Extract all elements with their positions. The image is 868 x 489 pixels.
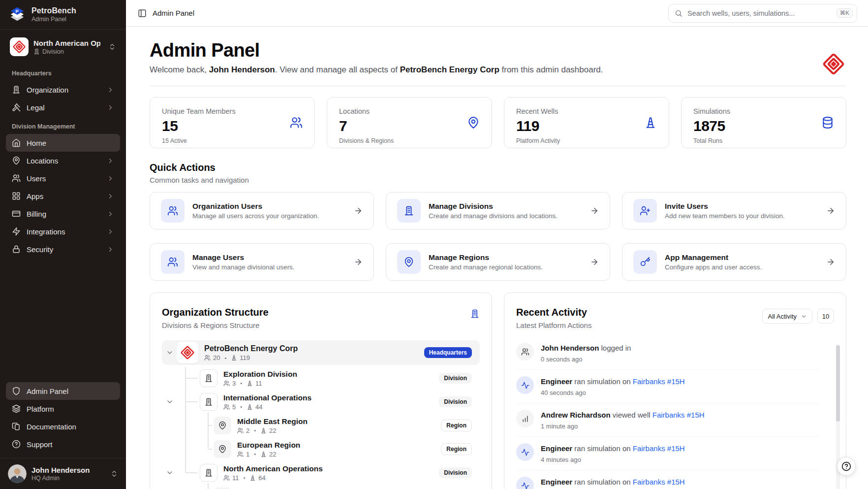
stat-subtext: Total Runs xyxy=(693,137,834,144)
chevron-down-icon[interactable] xyxy=(166,398,174,406)
sidebar-item-label: Users xyxy=(27,174,101,183)
sidebar-item[interactable]: Apps xyxy=(6,187,120,205)
sidebar-item[interactable]: Legal xyxy=(6,98,120,116)
activity-icon xyxy=(516,343,534,360)
well-link[interactable]: Fairbanks #15H xyxy=(652,411,705,419)
admin-dashboard-page: P PetroBench Admin Panel North American … xyxy=(0,0,868,489)
sidebar-item[interactable]: Integrations xyxy=(6,223,120,240)
tree-node-users-count: 1 xyxy=(246,451,249,458)
quick-actions-subtitle: Common tasks and navigation xyxy=(150,176,846,184)
stat-icon xyxy=(467,116,480,129)
quick-action-card[interactable]: Manage Regions Create and manage regiona… xyxy=(386,243,610,281)
tree-row[interactable]: International Operations 5 • 44 xyxy=(162,391,480,413)
welcome-text: Welcome back, John Henderson. View and m… xyxy=(150,65,846,75)
quick-action-description: Create and manage regional locations. xyxy=(429,263,582,271)
tree-badge: Division xyxy=(439,396,472,407)
sidebar-toggle-icon[interactable] xyxy=(138,9,147,18)
stat-icon xyxy=(644,116,657,129)
stat-label: Locations xyxy=(339,107,480,115)
user-name: John Henderson xyxy=(31,466,105,474)
stat-value: 7 xyxy=(339,118,480,134)
quick-action-title: App Management xyxy=(665,253,818,262)
sidebar-item[interactable]: Home xyxy=(6,134,120,152)
tree-node-icon xyxy=(200,369,217,387)
arrow-right-icon xyxy=(590,206,599,215)
tree-row[interactable]: Middle East Region 2 • 22 R xyxy=(162,414,480,436)
quick-action-title: Manage Regions xyxy=(429,253,582,262)
sidebar-item-label: Security xyxy=(27,245,101,254)
chevrons-up-down-icon xyxy=(110,470,118,478)
quick-action-card[interactable]: Organization Users Manage all users acro… xyxy=(150,192,374,229)
tree-row[interactable]: Texas Region Region xyxy=(162,485,480,489)
search-icon xyxy=(675,9,682,17)
quick-action-card[interactable]: Manage Users View and manage divisional … xyxy=(150,243,374,281)
quick-action-card[interactable]: App Management Configure apps and user a… xyxy=(622,243,846,281)
chevron-down-icon[interactable] xyxy=(166,349,174,357)
sidebar-item[interactable]: Organization xyxy=(6,81,120,98)
building-icon xyxy=(33,48,40,55)
well-link[interactable]: Fairbanks #15H xyxy=(633,444,685,453)
quick-action-card[interactable]: Invite Users Add new team members to you… xyxy=(622,192,846,229)
users-icon xyxy=(204,355,211,361)
quick-action-icon xyxy=(633,199,657,223)
activity-icon xyxy=(516,410,534,427)
recent-activity-subtitle: Latest Platform Actions xyxy=(516,321,762,329)
quick-actions-title: Quick Actions xyxy=(150,162,846,173)
well-icon xyxy=(231,355,237,361)
svg-text:P: P xyxy=(15,8,19,13)
activity-count-select[interactable]: 10 xyxy=(817,309,834,324)
app-header: P PetroBench Admin Panel xyxy=(0,0,126,30)
tree-node-icon xyxy=(214,488,231,489)
stat-icon xyxy=(821,116,834,129)
well-link[interactable]: Fairbanks #15H xyxy=(633,377,685,386)
sidebar: P PetroBench Admin Panel North American … xyxy=(0,0,126,489)
org-structure-title: Organization Structure xyxy=(162,307,480,318)
tree-row[interactable]: North American Operations 11 • 64 xyxy=(162,461,480,484)
quick-action-icon xyxy=(161,250,185,274)
global-search[interactable]: ⌘K xyxy=(668,4,857,23)
tree-node-users-count: 11 xyxy=(232,474,239,482)
well-link[interactable]: Fairbanks #15H xyxy=(633,478,685,486)
tree-node-meta: 3 • 11 xyxy=(223,380,439,387)
users-icon xyxy=(223,380,230,387)
stat-subtext: Divisions & Regions xyxy=(339,137,480,144)
quick-action-card[interactable]: Manage Divisions Create and manage divis… xyxy=(386,192,610,229)
sidebar-item-icon xyxy=(12,209,21,218)
stat-value: 15 xyxy=(162,118,303,134)
search-input[interactable] xyxy=(687,9,857,17)
activity-icon xyxy=(516,443,534,461)
scrollbar-thumb[interactable] xyxy=(836,345,840,422)
tree-badge: Division xyxy=(439,373,472,384)
tree-node-name: Exploration Division xyxy=(223,369,439,379)
users-icon xyxy=(237,451,244,457)
sidebar-item[interactable]: Users xyxy=(6,169,120,187)
sidebar-item[interactable]: Documentation xyxy=(6,418,120,435)
activity-action: ran simulation on xyxy=(572,478,633,486)
sidebar-item[interactable]: Admin Panel xyxy=(6,382,120,400)
help-button[interactable] xyxy=(837,457,856,476)
sidebar-item[interactable]: Platform xyxy=(6,400,120,418)
tree-node-icon xyxy=(200,393,217,411)
tree-row[interactable]: PetroBench Energy Corp 20 • 119 xyxy=(162,340,480,365)
recent-activity-panel: Recent Activity Latest Platform Actions … xyxy=(504,293,846,489)
chevron-right-icon xyxy=(107,193,114,200)
sidebar-item[interactable]: Locations xyxy=(6,152,120,169)
well-icon xyxy=(260,427,267,434)
chevron-right-icon xyxy=(107,175,114,182)
sidebar-item[interactable]: Support xyxy=(6,435,120,453)
user-menu[interactable]: John Henderson HQ Admin xyxy=(0,458,126,489)
tree-row[interactable]: Exploration Division 3 • 11 xyxy=(162,367,480,389)
activity-time: 1 minute ago xyxy=(541,423,705,430)
activity-item: Engineer ran simulation on Fairbanks #15… xyxy=(516,370,819,403)
activity-icon xyxy=(516,376,534,394)
activity-filter-select[interactable]: All Activity xyxy=(762,309,812,324)
sidebar-item[interactable]: Security xyxy=(6,240,120,258)
division-selector[interactable]: North American Operations Division xyxy=(6,34,120,59)
sidebar-item[interactable]: Billing xyxy=(6,205,120,223)
chevron-down-icon[interactable] xyxy=(166,469,174,477)
search-shortcut-badge: ⌘K xyxy=(837,8,853,18)
sidebar-item-icon xyxy=(12,404,21,413)
chevron-right-icon xyxy=(107,157,114,164)
tree-row[interactable]: European Region 1 • 22 Regi xyxy=(162,438,480,460)
sidebar-item-label: Billing xyxy=(27,210,101,218)
